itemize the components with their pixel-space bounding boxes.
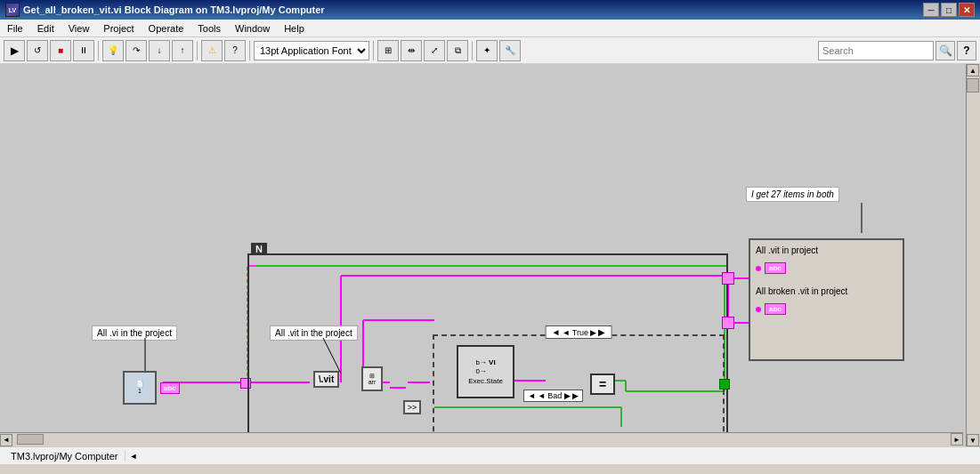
menu-view[interactable]: View (61, 20, 97, 36)
output-label-1: All .vit in project (756, 245, 897, 255)
font-selector[interactable]: 13pt Application Font (254, 41, 369, 60)
status-arrow: ◄ (126, 452, 141, 461)
search-icon: 🔍 (939, 44, 952, 57)
highlight-button[interactable]: 💡 (102, 40, 124, 61)
step-over-icon: ↷ (133, 45, 140, 55)
build-array-node[interactable]: ⊞arr (361, 366, 383, 391)
case-bad-selector[interactable]: ◄ ◄ Bad ▶ ▶ (523, 390, 583, 402)
maximize-button[interactable]: □ (941, 3, 957, 17)
abc-dot-2 (756, 307, 761, 312)
search-button[interactable]: 🔍 (935, 41, 955, 60)
output-label-2: All broken .vit in project (756, 286, 897, 296)
run-icon: ▶ (11, 44, 19, 57)
case-selector-true[interactable]: ◄ ◄ True ▶ ▶ (546, 325, 612, 339)
scrollbar-down-button[interactable]: ▼ (967, 434, 979, 446)
help-icon: ? (963, 44, 969, 57)
cleanup-icon: ✦ (483, 45, 490, 55)
window-title: Get_all_broken_vit.vi Block Diagram on T… (23, 4, 325, 15)
minimize-button[interactable]: ─ (923, 3, 939, 17)
case-structure[interactable]: ◄ ◄ True ▶ ▶ b→ VI 0→ Exec.State = ◄ ◄ B… (433, 334, 725, 446)
vit-filter-node[interactable]: \.vit (313, 371, 339, 388)
menu-edit[interactable]: Edit (30, 20, 61, 36)
abc-terminal-1: abc (160, 382, 180, 394)
callout-items-count: I get 27 items in both (746, 187, 839, 202)
pause-icon: ⏸ (79, 45, 88, 55)
scrollbar-thumb-bottom[interactable] (17, 434, 44, 445)
menu-project[interactable]: Project (96, 20, 141, 36)
block-diagram: All .vi in the project 📄1 abc All .vit i… (7, 71, 951, 436)
case-output-tunnel (719, 379, 730, 390)
title-bar: LV Get_all_broken_vit.vi Block Diagram o… (0, 0, 980, 20)
for-n-label: N (251, 243, 267, 255)
app-icon: LV (5, 3, 20, 17)
abort-icon: ■ (58, 45, 63, 55)
sep3 (249, 41, 250, 60)
status-bar: TM3.lvproj/My Computer ◄ (0, 446, 980, 464)
window-controls: ─ □ ✕ (923, 3, 975, 17)
callout-vi-project: All .vi in the project (92, 325, 177, 341)
scrollbar-bottom[interactable]: ◄ ► (0, 432, 963, 446)
abc-terminal-out-2: abc (765, 303, 786, 315)
pause-button[interactable]: ⏸ (73, 40, 94, 61)
scrollbar-thumb-right[interactable] (967, 78, 979, 92)
warning-button[interactable]: ⚠ (201, 40, 223, 61)
run-cont-icon: ↺ (34, 45, 41, 55)
sep4 (373, 41, 374, 60)
align-button[interactable]: ⊞ (377, 40, 399, 61)
align-icon: ⊞ (385, 45, 392, 55)
equal-node[interactable]: = (590, 374, 615, 395)
step-out-button[interactable]: ↑ (172, 40, 193, 61)
warning-icon: ⚠ (208, 45, 216, 55)
sep2 (197, 41, 198, 60)
scrollbar-up-button[interactable]: ▲ (967, 64, 979, 76)
reorder-icon: ⧉ (455, 45, 461, 56)
sep1 (98, 41, 99, 60)
loop-right-tunnel-bottom (722, 317, 734, 329)
highlight-icon: 💡 (108, 45, 118, 55)
run-continuously-button[interactable]: ↺ (27, 40, 48, 61)
vi-reference-node[interactable]: 📄1 (123, 371, 157, 405)
menu-window[interactable]: Window (228, 20, 277, 36)
menu-help[interactable]: Help (277, 20, 312, 36)
help-button[interactable]: ? (957, 41, 976, 60)
abc-dot-1 (756, 266, 761, 271)
scrollbar-left-button[interactable]: ◄ (0, 434, 12, 446)
scrollbar-right[interactable]: ▲ ▼ (966, 64, 980, 446)
abc-terminal-out-1: abc (765, 262, 786, 274)
context-help-button[interactable]: ? (224, 40, 246, 61)
step-into-button[interactable]: ↓ (149, 40, 170, 61)
canvas-area[interactable]: All .vi in the project 📄1 abc All .vit i… (0, 64, 980, 446)
distribute-icon: ⇹ (408, 45, 415, 55)
vi-node-inner[interactable]: b→ VI 0→ Exec.State (457, 345, 514, 398)
search-input[interactable] (818, 41, 934, 60)
output-box: All .vit in project abc All broken .vit … (749, 238, 904, 361)
scrollbar-right-button[interactable]: ► (951, 433, 963, 446)
run-arrow-button[interactable]: ▶ (4, 40, 25, 61)
close-button[interactable]: ✕ (959, 3, 975, 17)
loop-right-tunnel-top (722, 272, 734, 285)
menu-bar: File Edit View Project Operate Tools Win… (0, 20, 980, 37)
env-icon: 🔧 (505, 45, 515, 55)
cleanup-button[interactable]: ✦ (476, 40, 498, 61)
env-button[interactable]: 🔧 (499, 40, 521, 61)
menu-operate[interactable]: Operate (142, 20, 191, 36)
menu-file[interactable]: File (0, 20, 30, 36)
distribute-button[interactable]: ⇹ (401, 40, 422, 61)
resize-icon: ⤢ (431, 45, 438, 55)
step-into-icon: ↓ (158, 45, 162, 55)
sep5 (472, 41, 473, 60)
resize-button[interactable]: ⤢ (424, 40, 445, 61)
abort-button[interactable]: ■ (50, 40, 71, 61)
ctx-help-icon: ? (232, 45, 238, 55)
reorder-button[interactable]: ⧉ (447, 40, 468, 61)
menu-tools[interactable]: Tools (190, 20, 228, 36)
iteration-terminal[interactable]: >> (403, 400, 421, 414)
step-over-button[interactable]: ↷ (126, 40, 147, 61)
status-project-path: TM3.lvproj/My Computer (4, 451, 126, 462)
step-out-icon: ↑ (181, 45, 185, 55)
toolbar: ▶ ↺ ■ ⏸ 💡 ↷ ↓ ↑ ⚠ ? 13pt Application Fon… (0, 37, 980, 64)
